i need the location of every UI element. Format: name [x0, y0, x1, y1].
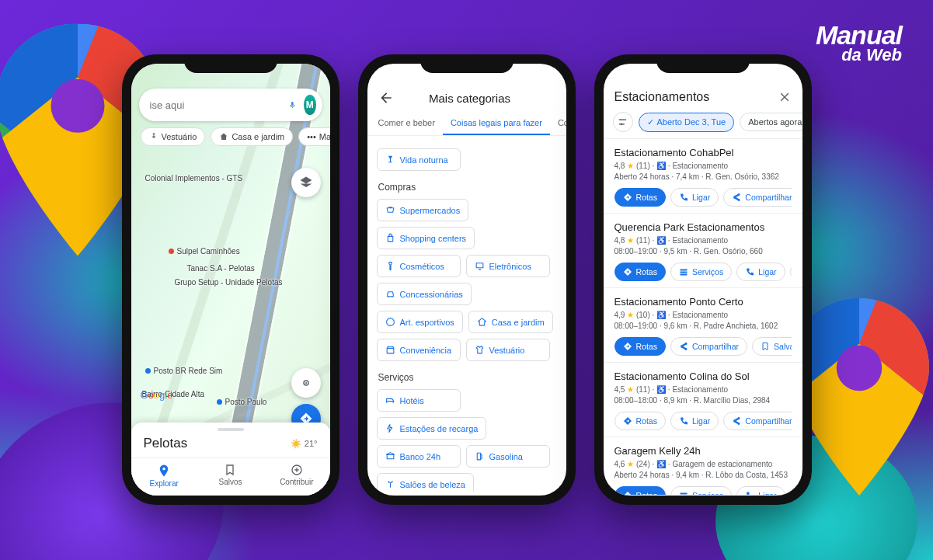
result-actions: RotasLigarCompartilharSalvar — [614, 188, 792, 207]
result-meta: 4,6 ★ (24) · ♿ · Garagem de estacionamen… — [614, 459, 792, 470]
nav-explore[interactable]: Explorar — [131, 458, 197, 496]
categories-scroll[interactable]: Vida noturna Compras SupermercadosShoppi… — [367, 136, 566, 492]
tab-shopping[interactable]: Compras — [550, 112, 566, 135]
results-list[interactable]: Estacionamento CohabPel4,8 ★ (11) · ♿ · … — [604, 139, 802, 495]
category-vestu-rio[interactable]: Vestuário — [466, 339, 550, 361]
result-actions: RotasServiçosLigarCompartil — [614, 486, 792, 495]
result-item[interactable]: Estacionamento CohabPel4,8 ★ (11) · ♿ · … — [604, 139, 802, 214]
nav-saved[interactable]: Salvos — [197, 458, 263, 496]
action-call[interactable]: Ligar — [670, 412, 719, 430]
chip-casa-jardim[interactable]: Casa e jardim — [211, 127, 293, 146]
map-label[interactable]: Posto BR Rede Sim — [145, 367, 223, 375]
screen-categories: Mais categorias Comer e beber Coisas leg… — [367, 64, 566, 496]
tab-things-to-do[interactable]: Coisas legais para fazer — [443, 112, 550, 135]
svg-point-6 — [162, 468, 165, 470]
result-item[interactable]: Estacionamento Ponto Certo4,9 ★ (10) · ♿… — [604, 288, 802, 363]
category-art-esportivos[interactable]: Art. esportivos — [377, 311, 463, 333]
category-casa-e-jardim[interactable]: Casa e jardim — [468, 311, 553, 333]
chip-vestuario[interactable]: Vestuário — [141, 127, 206, 146]
map-label[interactable]: Grupo Setup - Unidade Pelotas — [175, 278, 283, 287]
phone-frame-1: Colonial Implementos - GTS Sulpel Caminh… — [122, 54, 339, 505]
filter-chip-open-date[interactable]: ✓ Aberto Dec 3, Tue — [639, 113, 735, 132]
search-bar[interactable]: M — [139, 89, 322, 121]
result-name: Estacionamento CohabPel — [614, 147, 792, 158]
city-name: Pelotas — [144, 436, 188, 451]
action-routes[interactable]: Rotas — [614, 188, 666, 207]
result-detail: 08:00–19:00 · 9,6 km · R. Padre Anchieta… — [614, 321, 792, 332]
result-detail: 08:00–19:00 · 9,5 km · R. Gen. Osório, 6… — [614, 246, 792, 257]
bottom-nav: Explorar Salvos Contribuir — [131, 457, 330, 496]
action-call[interactable]: Ligar — [670, 188, 719, 207]
action-share[interactable]: Compartilhar — [723, 188, 791, 207]
phone-notch — [420, 54, 513, 73]
mic-icon[interactable] — [288, 98, 297, 112]
action-routes[interactable]: Rotas — [614, 263, 666, 281]
map-label[interactable]: Posto Paulo — [217, 398, 267, 406]
action-share[interactable]: Compartilhar — [723, 412, 791, 430]
section-shopping: Compras — [378, 182, 555, 193]
result-detail: 08:00–18:00 · 8,9 km · R. Marcílio Dias,… — [614, 395, 792, 406]
action-share_short[interactable]: Compartil — [790, 486, 792, 495]
tune-button[interactable] — [613, 112, 633, 132]
sheet-handle[interactable] — [218, 428, 244, 431]
result-meta: 4,8 ★ (11) · ♿ · Estacionamento — [614, 235, 792, 246]
screen-maps-explore: Colonial Implementos - GTS Sulpel Caminh… — [131, 64, 330, 496]
category-eletr-nicos[interactable]: Eletrônicos — [466, 255, 550, 277]
close-icon[interactable] — [778, 90, 792, 104]
result-detail: Aberto 24 horas · 9,4 km · R. Lôbo da Co… — [614, 470, 792, 481]
phone-notch — [184, 54, 277, 73]
action-routes[interactable]: Rotas — [614, 412, 666, 430]
category-supermercados[interactable]: Supermercados — [377, 199, 469, 221]
action-services[interactable]: Serviços — [670, 263, 732, 281]
result-item[interactable]: Querencia Park Estacionamentos4,8 ★ (11)… — [604, 214, 802, 288]
filter-row: ✓ Aberto Dec 3, Tue Abertos agora Entrad… — [604, 110, 802, 138]
action-services[interactable]: Serviços — [670, 486, 732, 495]
action-routes[interactable]: Rotas — [614, 337, 666, 356]
category-shopping-centers[interactable]: Shopping centers — [377, 227, 475, 249]
screen-results: Estacionamentos ✓ Aberto Dec 3, Tue Aber… — [604, 64, 802, 496]
account-avatar[interactable]: M — [304, 95, 315, 115]
category-sal-es-de-beleza[interactable]: Salões de beleza — [377, 473, 474, 492]
result-item[interactable]: Garagem Kelly 24h4,6 ★ (24) · ♿ · Garage… — [604, 437, 802, 495]
category-esta-es-de-recarga[interactable]: Estações de recarga — [377, 417, 487, 440]
svg-point-5 — [305, 382, 306, 384]
category-hot-is[interactable]: Hotéis — [377, 389, 461, 412]
results-title: Estacionamentos — [614, 90, 710, 104]
result-meta: 4,5 ★ (11) · ♿ · Estacionamento — [614, 384, 792, 395]
page-title: Mais categorias — [385, 92, 555, 105]
tab-food[interactable]: Comer e beber — [371, 112, 443, 135]
result-meta: 4,8 ★ (11) · ♿ · Estacionamento — [614, 161, 792, 172]
map-label[interactable]: Sulpel Caminhões — [169, 247, 240, 256]
result-name: Garagem Kelly 24h — [614, 445, 792, 457]
cool-things-grid: Vida noturna — [377, 148, 557, 171]
result-actions: RotasServiçosLigarCompartil — [614, 263, 792, 281]
category-concession-rias[interactable]: Concessionárias — [377, 283, 472, 305]
action-share_short[interactable]: Compartil — [790, 263, 792, 281]
phone-frame-3: Estacionamentos ✓ Aberto Dec 3, Tue Aber… — [594, 54, 812, 505]
map-label[interactable]: Colonial Implementos - GTS — [145, 174, 243, 183]
action-share[interactable]: Compartilhar — [670, 337, 747, 356]
category-banco-24h[interactable]: Banco 24h — [377, 445, 461, 468]
action-routes[interactable]: Rotas — [614, 486, 666, 495]
layers-button[interactable] — [291, 168, 321, 197]
bottom-sheet[interactable]: Pelotas ☀️ 21° Explorar Salvos Contribui… — [131, 423, 330, 496]
action-save[interactable]: Salvar — [752, 337, 791, 356]
search-input[interactable] — [150, 99, 280, 111]
result-actions: RotasLigarCompartilhar — [614, 412, 792, 430]
my-location-button[interactable] — [291, 368, 321, 398]
category-tabs: Comer e beber Coisas legais para fazer C… — [367, 112, 566, 136]
action-call[interactable]: Ligar — [736, 263, 785, 281]
category-gasolina[interactable]: Gasolina — [466, 445, 550, 468]
map-label[interactable]: Tanac S.A - Pelotas — [187, 264, 255, 273]
chip-more[interactable]: ••• Mais — [298, 127, 329, 146]
filter-chip-open-now[interactable]: Abertos agora — [740, 113, 802, 131]
cat-nightlife[interactable]: Vida noturna — [377, 148, 461, 171]
result-meta: 4,9 ★ (10) · ♿ · Estacionamento — [614, 310, 792, 321]
nav-contribute[interactable]: Contribuir — [263, 458, 329, 496]
result-name: Estacionamento Ponto Certo — [614, 296, 792, 308]
result-name: Estacionamento Colina do Sol — [614, 370, 792, 382]
category-cosm-ticos[interactable]: Cosméticos — [377, 255, 461, 277]
result-item[interactable]: Estacionamento Colina do Sol4,5 ★ (11) ·… — [604, 363, 802, 437]
action-call[interactable]: Ligar — [736, 486, 785, 495]
category-conveni-ncia[interactable]: Conveniência — [377, 339, 461, 361]
